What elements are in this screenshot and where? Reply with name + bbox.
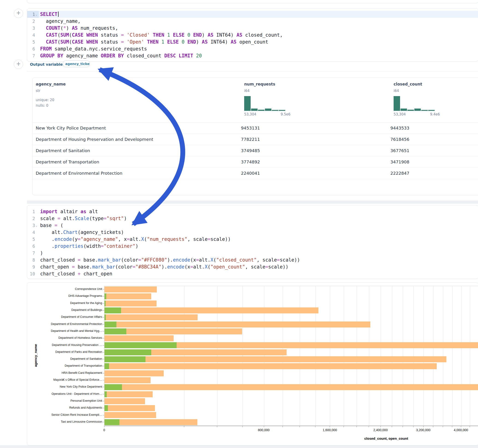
gridline — [452, 286, 453, 426]
bar-closed-count — [104, 293, 151, 299]
code-line[interactable]: 6FROM sample_data.nyc.service_requests — [27, 45, 478, 52]
bar-open-count — [104, 356, 145, 362]
histogram-min: 53,304 — [244, 112, 256, 116]
x-axis-tick — [403, 426, 403, 427]
sql-code-editor[interactable]: 1⌄SELECT2 agency_name,3 COUNT(*) AS num_… — [27, 8, 478, 59]
code-line[interactable]: 1import altair as alt — [27, 208, 478, 215]
gridline — [443, 286, 443, 426]
cell-agency-name: New York City Police Department — [36, 122, 106, 134]
sql-cell-card: 1⌄SELECT2 agency_name,3 COUNT(*) AS num_… — [27, 8, 478, 62]
code-text: import altair as alt — [39, 208, 98, 215]
x-axis-tick — [369, 426, 369, 427]
table-row[interactable]: New York City Police Department945313194… — [32, 122, 478, 134]
results-table-card: agency_namestrunique: 20nulls: 0num_requ… — [32, 77, 478, 195]
table-row[interactable]: Department of Transportation377489234719… — [32, 156, 478, 168]
code-line[interactable]: 2 agency_name, — [27, 18, 478, 25]
y-axis-tick — [103, 303, 104, 304]
code-line[interactable]: 1⌄SELECT — [27, 11, 478, 18]
cell-agency-name: Department of Sanitation — [36, 145, 90, 156]
code-line[interactable]: 7) — [27, 249, 478, 256]
code-text: chart_open = base.mark_bar(color="#8BC34… — [39, 263, 289, 270]
x-axis-tick-label: 3,200,000 — [416, 428, 430, 432]
x-axis-tick — [443, 426, 443, 427]
gridline — [300, 286, 300, 426]
x-axis-tick — [470, 426, 470, 427]
histogram-bar — [279, 110, 285, 111]
y-axis-label: Department of Transportation — [65, 364, 102, 367]
table-row[interactable]: Department of Sanitation37494853677651 — [32, 145, 478, 156]
y-axis-tick — [103, 317, 104, 317]
x-axis-tick — [392, 426, 392, 427]
cell-num-requests: 3774892 — [241, 156, 260, 168]
code-text: chart_closed = base.mark_bar(color="#FFC… — [39, 256, 300, 263]
x-axis-tick — [461, 426, 461, 427]
gridline — [217, 286, 217, 426]
line-number: 5 — [27, 38, 39, 45]
gridline — [344, 286, 344, 426]
y-axis-tick — [103, 387, 104, 387]
code-line[interactable]: 4 alt.Chart(agency_tickets) — [27, 229, 478, 236]
bar-closed-count — [104, 286, 157, 292]
fold-chevron-icon[interactable]: ⌄ — [36, 11, 37, 18]
y-axis-label: Department of Health and Mental Hyg… — [51, 329, 102, 333]
y-axis-label: HRA Benefit Card Replacement — [62, 371, 102, 374]
histogram-bar — [394, 96, 400, 111]
code-line[interactable]: 4 CAST(SUM(CASE WHEN status = 'Closed' T… — [27, 31, 478, 38]
code-line[interactable]: 5 CAST(SUM(CASE WHEN status = 'Open' THE… — [27, 38, 478, 45]
cell-num-requests: 3749485 — [241, 145, 260, 156]
code-line[interactable]: 8chart_closed = base.mark_bar(color="#FF… — [27, 256, 478, 263]
y-axis-label: Department of Buildings — [71, 308, 102, 311]
code-text: SELECT — [39, 11, 59, 18]
python-code-editor[interactable]: 1import altair as alt2scale = alt.Scale(… — [27, 205, 478, 277]
bar-open-count — [104, 322, 116, 328]
bar-chart-plot-area — [104, 286, 478, 426]
add-cell-button-output[interactable]: + — [14, 60, 23, 69]
y-axis-label: Refunds and Adjustments — [69, 406, 102, 409]
histogram-max: 9.4e6 — [430, 112, 440, 116]
histogram-bar — [251, 109, 258, 111]
y-axis-tick — [103, 359, 104, 359]
bar-open-count — [104, 349, 151, 355]
code-text: COUNT(*) AS num_requests, — [39, 25, 118, 31]
cell-closed-count: 2222847 — [390, 168, 409, 179]
python-cell-card: 1import altair as alt2scale = alt.Scale(… — [27, 205, 478, 279]
line-number: 7 — [27, 52, 39, 59]
section-divider — [27, 71, 478, 72]
code-line[interactable]: 5 .encode(y="agency_name", x=alt.X("num_… — [27, 236, 478, 243]
histogram-min: 53,304 — [394, 112, 406, 116]
bar-open-count — [104, 391, 107, 397]
x-axis-tick — [344, 426, 344, 427]
table-row[interactable]: Department of Housing Preservation and D… — [32, 134, 478, 145]
code-line[interactable]: 7GROUP BY agency_name ORDER BY closed_co… — [27, 52, 478, 59]
y-axis-tick — [103, 289, 104, 289]
code-text: GROUP BY agency_name ORDER BY closed_cou… — [39, 52, 202, 59]
code-line[interactable]: 10chart_closed + chart_open — [27, 270, 478, 277]
code-text: base = ( — [39, 222, 63, 229]
add-cell-button-top[interactable]: + — [14, 9, 23, 18]
table-row[interactable]: Department of Environmental Protection22… — [32, 168, 478, 179]
code-line[interactable]: 3⌄base = ( — [27, 222, 478, 229]
x-axis-tick-label: 1,600,000 — [323, 428, 337, 432]
bar-open-count — [104, 328, 126, 334]
cell-num-requests: 7782211 — [241, 134, 260, 145]
y-axis-label: Correspondence Unit — [75, 287, 102, 291]
bar-closed-count — [104, 314, 198, 320]
y-axis-tick — [103, 296, 104, 296]
y-axis-tick — [103, 345, 104, 345]
column-name: closed_count — [394, 82, 422, 87]
cell-num-requests: 2240041 — [241, 168, 260, 179]
bar-open-count — [104, 405, 108, 411]
code-line[interactable]: 3 COUNT(*) AS num_requests, — [27, 25, 478, 31]
code-line[interactable]: 2scale = alt.Scale(type="sqrt") — [27, 215, 478, 222]
output-variable-pill[interactable]: agency_tickets — [63, 60, 90, 67]
code-line[interactable]: 6 .properties(width="container") — [27, 243, 478, 249]
bar-open-count — [104, 307, 121, 313]
gridline — [392, 286, 392, 426]
x-axis-tick-label: 4,000,000 — [454, 428, 468, 432]
line-number: 6 — [27, 45, 39, 52]
page-bottom-gap — [0, 445, 478, 448]
notebook-page: + + 1⌄SELECT2 agency_name,3 COUNT(*) AS … — [0, 0, 478, 448]
fold-chevron-icon[interactable]: ⌄ — [36, 222, 37, 229]
y-axis-label: Department of Housing Preservation … — [52, 343, 102, 347]
code-line[interactable]: 9chart_open = base.mark_bar(color="#8BC3… — [27, 263, 478, 270]
